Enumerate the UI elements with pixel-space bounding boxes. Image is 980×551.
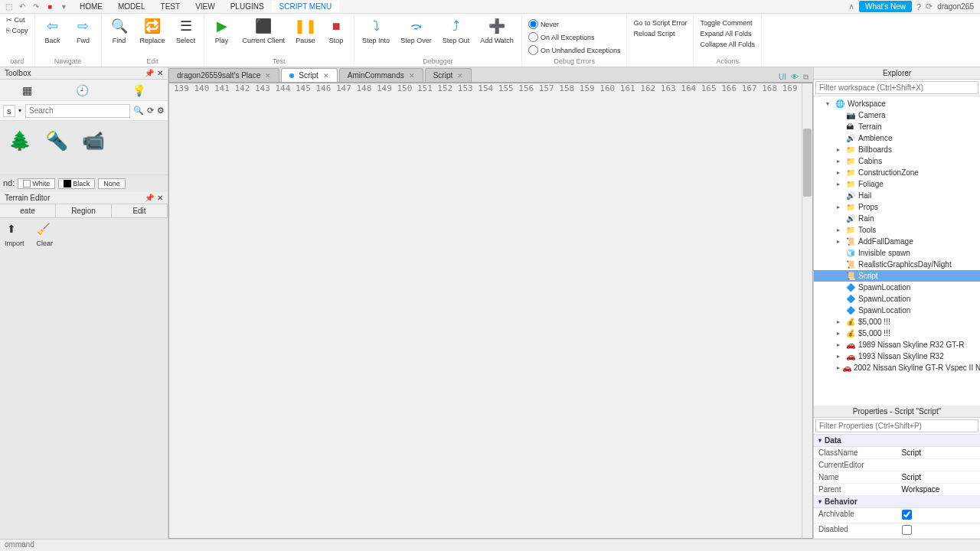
copy-button[interactable]: ⎘ Copy bbox=[5, 26, 30, 35]
tree-item[interactable]: ▸📁Props bbox=[814, 201, 980, 213]
toolbox-item[interactable]: 🌲 bbox=[5, 126, 35, 156]
tree-item[interactable]: ▸🚗1989 Nissan Skyline R32 GT-R bbox=[814, 339, 980, 350]
step-over-button[interactable]: ⤼Step Over bbox=[397, 15, 435, 46]
refresh-icon[interactable]: ⟳ bbox=[147, 106, 154, 116]
step-into-button[interactable]: ⤵Step Into bbox=[359, 15, 393, 46]
prop-row[interactable]: Archivable bbox=[814, 508, 980, 523]
menu-tab-test[interactable]: TEST bbox=[153, 1, 188, 12]
command-bar[interactable]: ommand bbox=[0, 539, 980, 551]
view-icon[interactable]: 👁 bbox=[791, 73, 799, 82]
terrain-tab-region[interactable]: Region bbox=[56, 204, 112, 217]
expand-icon[interactable]: ▸ bbox=[837, 318, 844, 325]
close-icon[interactable]: ✕ bbox=[265, 72, 271, 80]
help-icon[interactable]: ? bbox=[916, 2, 921, 11]
undo-icon[interactable]: ↶ bbox=[17, 2, 28, 12]
break-never-radio[interactable]: Never bbox=[527, 18, 622, 30]
close-icon[interactable]: ✕ bbox=[323, 72, 329, 80]
qat-dropdown-icon[interactable]: ▾ bbox=[58, 2, 69, 12]
expand-icon[interactable]: ⧉ bbox=[803, 73, 808, 82]
redo-icon[interactable]: ↷ bbox=[31, 2, 41, 12]
tree-item[interactable]: ▸💰$5,000 !!! bbox=[814, 316, 980, 328]
expand-icon[interactable]: ▸ bbox=[837, 146, 844, 153]
tree-item[interactable]: 🏔Terrain bbox=[814, 121, 980, 132]
collapse-icon[interactable]: ▾ bbox=[818, 437, 822, 444]
prop-value[interactable]: Script bbox=[897, 471, 981, 483]
tree-item[interactable]: ▾🌐Workspace bbox=[814, 98, 980, 109]
ui-toggle-icon[interactable]: UI bbox=[779, 73, 786, 82]
tree-item[interactable]: 🔊Ambience bbox=[814, 132, 980, 144]
expand-icon[interactable]: ▸ bbox=[837, 227, 844, 233]
tree-item[interactable]: ▸📁ConstructionZone bbox=[814, 167, 980, 178]
stop-icon[interactable]: ■ bbox=[44, 2, 55, 12]
doc-tab[interactable]: Script✕ bbox=[425, 68, 472, 82]
doc-tab[interactable]: Script✕ bbox=[281, 68, 338, 82]
current-client-button[interactable]: ⬛Current Client bbox=[240, 15, 289, 46]
stop-button[interactable]: ■Stop bbox=[323, 15, 349, 46]
tree-item[interactable]: 📷Camera bbox=[814, 109, 980, 121]
replace-button[interactable]: 🔁Replace bbox=[137, 15, 168, 46]
add-watch-button[interactable]: ➕Add Watch bbox=[477, 15, 517, 46]
tree-item[interactable]: ▸📁Foliage bbox=[814, 178, 980, 190]
prop-checkbox[interactable] bbox=[902, 510, 912, 520]
prop-row[interactable]: ClassNameScript bbox=[814, 447, 980, 459]
explorer-filter-input[interactable] bbox=[815, 81, 978, 94]
tree-item[interactable]: ▸💰$5,000 !!! bbox=[814, 328, 980, 339]
whats-new-button[interactable]: What's New bbox=[859, 1, 912, 12]
pin-icon[interactable]: 📌 bbox=[145, 194, 154, 202]
expand-folds-button[interactable]: Expand All Folds bbox=[698, 29, 756, 38]
tree-item[interactable]: 🔷SpawnLocation bbox=[814, 305, 980, 316]
tree-item[interactable]: ▸📁Billboards bbox=[814, 144, 980, 155]
find-button[interactable]: 🔍Find bbox=[106, 15, 132, 46]
dropdown-icon[interactable]: ▾ bbox=[18, 107, 23, 114]
close-icon[interactable]: ✕ bbox=[409, 72, 415, 80]
toolbox-item[interactable]: 📹 bbox=[78, 126, 109, 156]
expand-icon[interactable]: ▸ bbox=[837, 181, 844, 187]
close-icon[interactable]: ✕ bbox=[157, 69, 163, 77]
expand-icon[interactable]: ▸ bbox=[837, 364, 840, 371]
prop-value[interactable] bbox=[897, 523, 981, 538]
menu-tab-script[interactable]: SCRIPT MENU bbox=[272, 1, 340, 12]
toolbox-item[interactable]: 🔦 bbox=[41, 126, 72, 156]
toggle-comment-button[interactable]: Toggle Comment bbox=[698, 18, 756, 28]
tree-item[interactable]: ▸📁Tools bbox=[814, 224, 980, 236]
pin-icon[interactable]: 📌 bbox=[145, 69, 154, 77]
tree-item[interactable]: 🔷SpawnLocation bbox=[814, 293, 980, 305]
doc-tab[interactable]: AminCommands✕ bbox=[339, 68, 423, 82]
vertical-scrollbar[interactable] bbox=[802, 83, 812, 538]
prop-checkbox[interactable] bbox=[902, 525, 912, 535]
expand-icon[interactable]: ▸ bbox=[837, 204, 844, 210]
category-dropdown[interactable]: s bbox=[3, 105, 15, 117]
collapse-folds-button[interactable]: Collapse All Folds bbox=[698, 40, 756, 49]
toolbox-recent-icon[interactable]: 🕘 bbox=[76, 84, 89, 96]
expand-icon[interactable]: ▸ bbox=[837, 158, 844, 165]
prop-value[interactable] bbox=[897, 508, 981, 523]
tree-item[interactable]: 🔊Rain bbox=[814, 213, 980, 224]
select-button[interactable]: ☰Select bbox=[173, 15, 199, 46]
terrain-clear-button[interactable]: 🧹Clear bbox=[37, 223, 54, 247]
break-all-radio[interactable]: On All Exceptions bbox=[527, 31, 622, 43]
toolbox-inventory-icon[interactable]: 💡 bbox=[132, 84, 145, 96]
collapse-ribbon-icon[interactable]: ∧ bbox=[848, 2, 854, 11]
tree-item[interactable]: ▸🚗1993 Nissan Skyline R32 bbox=[814, 350, 980, 362]
settings-icon[interactable]: ⚙ bbox=[157, 106, 165, 116]
menu-tab-plugins[interactable]: PLUGINS bbox=[223, 1, 272, 12]
expand-icon[interactable]: ▸ bbox=[837, 330, 844, 337]
terrain-tab-edit[interactable]: Edit bbox=[112, 204, 168, 217]
collapse-icon[interactable]: ▾ bbox=[818, 498, 822, 505]
prop-row[interactable]: ParentWorkspace bbox=[814, 484, 980, 496]
chip-black[interactable]: Black bbox=[58, 178, 95, 189]
chip-white[interactable]: White bbox=[18, 178, 55, 189]
pause-button[interactable]: ❚❚Pause bbox=[292, 15, 318, 46]
back-button[interactable]: ⇦Back bbox=[40, 15, 66, 46]
play-button[interactable]: ▶Play bbox=[209, 15, 235, 46]
prop-value[interactable]: Script bbox=[897, 447, 981, 458]
cut-button[interactable]: ✂ Cut bbox=[5, 15, 30, 24]
expand-icon[interactable]: ▾ bbox=[826, 100, 833, 107]
chip-none[interactable]: None bbox=[98, 178, 126, 189]
expand-icon[interactable]: ▸ bbox=[837, 353, 844, 360]
scroll-thumb[interactable] bbox=[803, 129, 812, 197]
tree-item[interactable]: 🔷SpawnLocation bbox=[814, 282, 980, 293]
user-label[interactable]: dragon265 bbox=[937, 2, 974, 11]
fwd-button[interactable]: ⇨Fwd bbox=[70, 15, 96, 46]
goto-script-error-button[interactable]: Go to Script Error bbox=[632, 18, 688, 28]
